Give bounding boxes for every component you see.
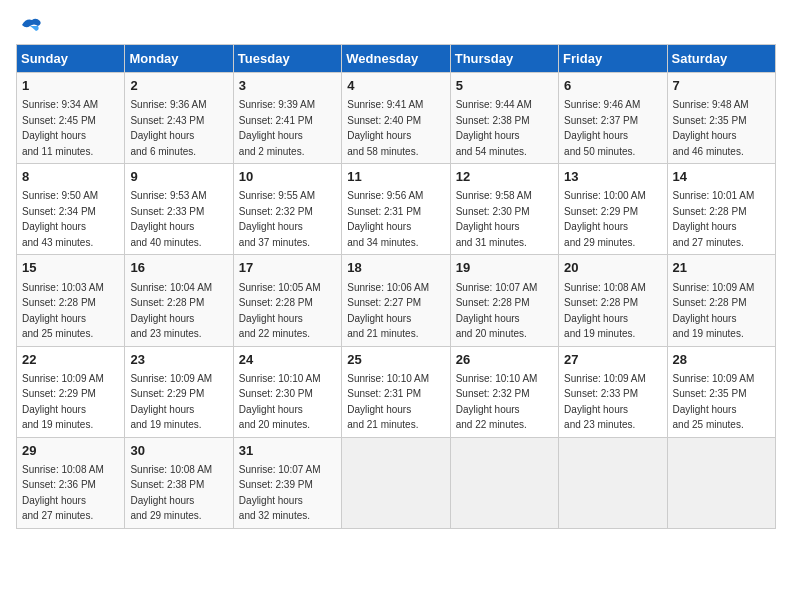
day-number: 31 [239, 442, 336, 460]
day-of-week-header: Tuesday [233, 45, 341, 73]
day-info: Sunrise: 9:34 AMSunset: 2:45 PMDaylight … [22, 99, 98, 157]
calendar-cell: 13Sunrise: 10:00 AMSunset: 2:29 PMDaylig… [559, 164, 667, 255]
day-info: Sunrise: 9:50 AMSunset: 2:34 PMDaylight … [22, 190, 98, 248]
calendar-cell: 24Sunrise: 10:10 AMSunset: 2:30 PMDaylig… [233, 346, 341, 437]
day-info: Sunrise: 9:58 AMSunset: 2:30 PMDaylight … [456, 190, 532, 248]
day-info: Sunrise: 10:08 AMSunset: 2:28 PMDaylight… [564, 282, 646, 340]
day-info: Sunrise: 10:10 AMSunset: 2:32 PMDaylight… [456, 373, 538, 431]
day-info: Sunrise: 9:41 AMSunset: 2:40 PMDaylight … [347, 99, 423, 157]
day-info: Sunrise: 10:06 AMSunset: 2:27 PMDaylight… [347, 282, 429, 340]
calendar-cell: 9Sunrise: 9:53 AMSunset: 2:33 PMDaylight… [125, 164, 233, 255]
day-info: Sunrise: 9:55 AMSunset: 2:32 PMDaylight … [239, 190, 315, 248]
calendar-cell: 26Sunrise: 10:10 AMSunset: 2:32 PMDaylig… [450, 346, 558, 437]
calendar-cell: 18Sunrise: 10:06 AMSunset: 2:27 PMDaylig… [342, 255, 450, 346]
calendar-cell: 6Sunrise: 9:46 AMSunset: 2:37 PMDaylight… [559, 73, 667, 164]
day-number: 29 [22, 442, 119, 460]
day-number: 23 [130, 351, 227, 369]
calendar-week-row: 22Sunrise: 10:09 AMSunset: 2:29 PMDaylig… [17, 346, 776, 437]
calendar-cell: 15Sunrise: 10:03 AMSunset: 2:28 PMDaylig… [17, 255, 125, 346]
calendar-cell: 30Sunrise: 10:08 AMSunset: 2:38 PMDaylig… [125, 437, 233, 528]
page-header [16, 16, 776, 34]
day-number: 6 [564, 77, 661, 95]
day-info: Sunrise: 10:07 AMSunset: 2:39 PMDaylight… [239, 464, 321, 522]
day-number: 8 [22, 168, 119, 186]
logo [16, 16, 44, 34]
day-number: 15 [22, 259, 119, 277]
calendar-cell [342, 437, 450, 528]
calendar-cell: 19Sunrise: 10:07 AMSunset: 2:28 PMDaylig… [450, 255, 558, 346]
calendar-cell: 16Sunrise: 10:04 AMSunset: 2:28 PMDaylig… [125, 255, 233, 346]
day-info: Sunrise: 10:09 AMSunset: 2:33 PMDaylight… [564, 373, 646, 431]
day-number: 17 [239, 259, 336, 277]
calendar-week-row: 8Sunrise: 9:50 AMSunset: 2:34 PMDaylight… [17, 164, 776, 255]
calendar-header: SundayMondayTuesdayWednesdayThursdayFrid… [17, 45, 776, 73]
calendar-body: 1Sunrise: 9:34 AMSunset: 2:45 PMDaylight… [17, 73, 776, 529]
day-info: Sunrise: 10:09 AMSunset: 2:29 PMDaylight… [22, 373, 104, 431]
calendar-cell: 29Sunrise: 10:08 AMSunset: 2:36 PMDaylig… [17, 437, 125, 528]
day-info: Sunrise: 9:53 AMSunset: 2:33 PMDaylight … [130, 190, 206, 248]
calendar-cell [667, 437, 775, 528]
calendar-cell: 14Sunrise: 10:01 AMSunset: 2:28 PMDaylig… [667, 164, 775, 255]
day-of-week-header: Sunday [17, 45, 125, 73]
day-info: Sunrise: 9:56 AMSunset: 2:31 PMDaylight … [347, 190, 423, 248]
day-info: Sunrise: 10:05 AMSunset: 2:28 PMDaylight… [239, 282, 321, 340]
day-info: Sunrise: 10:09 AMSunset: 2:28 PMDaylight… [673, 282, 755, 340]
day-info: Sunrise: 9:39 AMSunset: 2:41 PMDaylight … [239, 99, 315, 157]
day-number: 16 [130, 259, 227, 277]
day-of-week-header: Monday [125, 45, 233, 73]
day-number: 20 [564, 259, 661, 277]
calendar-cell: 4Sunrise: 9:41 AMSunset: 2:40 PMDaylight… [342, 73, 450, 164]
day-info: Sunrise: 10:04 AMSunset: 2:28 PMDaylight… [130, 282, 212, 340]
day-info: Sunrise: 9:46 AMSunset: 2:37 PMDaylight … [564, 99, 640, 157]
day-info: Sunrise: 10:00 AMSunset: 2:29 PMDaylight… [564, 190, 646, 248]
calendar-cell: 23Sunrise: 10:09 AMSunset: 2:29 PMDaylig… [125, 346, 233, 437]
calendar-week-row: 29Sunrise: 10:08 AMSunset: 2:36 PMDaylig… [17, 437, 776, 528]
day-info: Sunrise: 9:48 AMSunset: 2:35 PMDaylight … [673, 99, 749, 157]
day-number: 9 [130, 168, 227, 186]
calendar-cell: 5Sunrise: 9:44 AMSunset: 2:38 PMDaylight… [450, 73, 558, 164]
day-of-week-header: Thursday [450, 45, 558, 73]
day-info: Sunrise: 10:09 AMSunset: 2:35 PMDaylight… [673, 373, 755, 431]
day-number: 21 [673, 259, 770, 277]
calendar-table: SundayMondayTuesdayWednesdayThursdayFrid… [16, 44, 776, 529]
day-number: 14 [673, 168, 770, 186]
calendar-cell: 11Sunrise: 9:56 AMSunset: 2:31 PMDayligh… [342, 164, 450, 255]
calendar-cell: 25Sunrise: 10:10 AMSunset: 2:31 PMDaylig… [342, 346, 450, 437]
calendar-cell: 12Sunrise: 9:58 AMSunset: 2:30 PMDayligh… [450, 164, 558, 255]
day-info: Sunrise: 10:10 AMSunset: 2:30 PMDaylight… [239, 373, 321, 431]
calendar-cell: 21Sunrise: 10:09 AMSunset: 2:28 PMDaylig… [667, 255, 775, 346]
calendar-cell: 3Sunrise: 9:39 AMSunset: 2:41 PMDaylight… [233, 73, 341, 164]
day-number: 24 [239, 351, 336, 369]
calendar-cell: 10Sunrise: 9:55 AMSunset: 2:32 PMDayligh… [233, 164, 341, 255]
day-info: Sunrise: 10:09 AMSunset: 2:29 PMDaylight… [130, 373, 212, 431]
calendar-cell: 28Sunrise: 10:09 AMSunset: 2:35 PMDaylig… [667, 346, 775, 437]
calendar-week-row: 15Sunrise: 10:03 AMSunset: 2:28 PMDaylig… [17, 255, 776, 346]
calendar-cell: 1Sunrise: 9:34 AMSunset: 2:45 PMDaylight… [17, 73, 125, 164]
day-info: Sunrise: 10:10 AMSunset: 2:31 PMDaylight… [347, 373, 429, 431]
day-of-week-header: Friday [559, 45, 667, 73]
day-number: 4 [347, 77, 444, 95]
day-number: 2 [130, 77, 227, 95]
calendar-cell: 31Sunrise: 10:07 AMSunset: 2:39 PMDaylig… [233, 437, 341, 528]
day-info: Sunrise: 9:44 AMSunset: 2:38 PMDaylight … [456, 99, 532, 157]
calendar-cell [450, 437, 558, 528]
day-number: 12 [456, 168, 553, 186]
day-info: Sunrise: 10:01 AMSunset: 2:28 PMDaylight… [673, 190, 755, 248]
day-header-row: SundayMondayTuesdayWednesdayThursdayFrid… [17, 45, 776, 73]
day-info: Sunrise: 9:36 AMSunset: 2:43 PMDaylight … [130, 99, 206, 157]
calendar-cell: 27Sunrise: 10:09 AMSunset: 2:33 PMDaylig… [559, 346, 667, 437]
day-number: 1 [22, 77, 119, 95]
calendar-cell: 7Sunrise: 9:48 AMSunset: 2:35 PMDaylight… [667, 73, 775, 164]
calendar-cell: 17Sunrise: 10:05 AMSunset: 2:28 PMDaylig… [233, 255, 341, 346]
day-of-week-header: Saturday [667, 45, 775, 73]
day-info: Sunrise: 10:03 AMSunset: 2:28 PMDaylight… [22, 282, 104, 340]
day-number: 22 [22, 351, 119, 369]
day-number: 11 [347, 168, 444, 186]
day-info: Sunrise: 10:08 AMSunset: 2:38 PMDaylight… [130, 464, 212, 522]
logo-bird-icon [20, 16, 42, 34]
calendar-week-row: 1Sunrise: 9:34 AMSunset: 2:45 PMDaylight… [17, 73, 776, 164]
day-number: 13 [564, 168, 661, 186]
day-number: 5 [456, 77, 553, 95]
calendar-cell: 20Sunrise: 10:08 AMSunset: 2:28 PMDaylig… [559, 255, 667, 346]
day-number: 18 [347, 259, 444, 277]
